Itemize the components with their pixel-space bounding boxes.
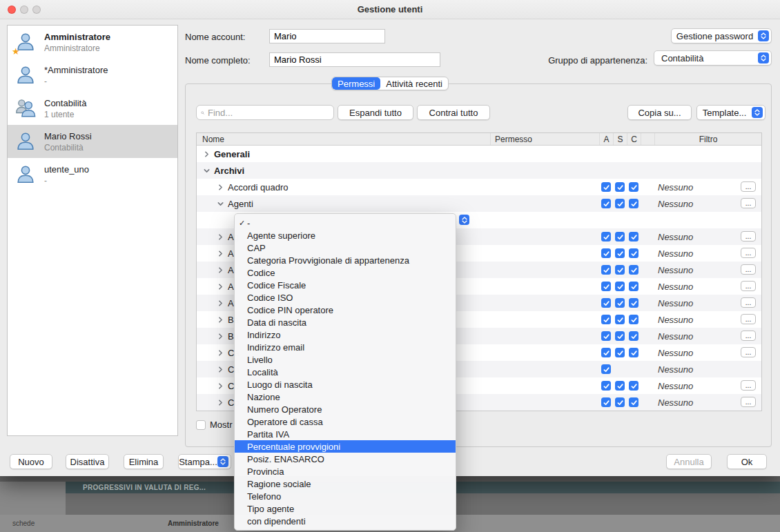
- column-header-nome[interactable]: Nome: [197, 133, 490, 145]
- chevron-right-icon[interactable]: [216, 399, 225, 406]
- permission-group-row[interactable]: Archivi: [197, 162, 761, 179]
- user-list-item[interactable]: Mario RossiContabilità: [8, 125, 177, 158]
- menu-item[interactable]: Partita IVA: [235, 428, 456, 440]
- menu-item[interactable]: Luogo di nascita: [235, 378, 456, 391]
- permission-row[interactable]: AgentiNessuno...: [197, 195, 761, 212]
- chevron-down-icon[interactable]: [202, 167, 211, 175]
- checkbox-checked-a[interactable]: [601, 232, 611, 242]
- menu-item[interactable]: Percentuale provvigioni: [235, 440, 456, 453]
- template-dropdown[interactable]: Template...: [696, 105, 766, 120]
- permission-row[interactable]: Accordi quadroNessuno...: [197, 179, 761, 195]
- checkbox-checked-s[interactable]: [615, 265, 625, 275]
- checkbox-checked-s[interactable]: [615, 298, 625, 308]
- filter-more-button[interactable]: ...: [741, 231, 756, 242]
- checkbox-checked-a[interactable]: [601, 265, 611, 275]
- checkbox-checked-a[interactable]: [601, 348, 611, 357]
- checkbox-checked-a[interactable]: [601, 182, 611, 192]
- tab-permessi[interactable]: Permessi: [332, 77, 380, 90]
- checkbox-checked-c[interactable]: [629, 348, 638, 357]
- full-name-input[interactable]: [269, 52, 440, 67]
- checkbox-checked-s[interactable]: [615, 232, 625, 242]
- checkbox-checked-a[interactable]: [601, 248, 611, 258]
- account-name-input[interactable]: [269, 29, 385, 43]
- checkbox-checked-c[interactable]: [629, 298, 638, 308]
- chevron-right-icon[interactable]: [216, 283, 225, 290]
- menu-item[interactable]: Telefono: [235, 490, 456, 502]
- inline-combo-stepper[interactable]: [459, 215, 469, 225]
- chevron-right-icon[interactable]: [216, 349, 225, 357]
- filter-more-button[interactable]: ...: [741, 397, 756, 407]
- menu-item[interactable]: Indirizzo: [235, 328, 456, 341]
- checkbox-checked-a[interactable]: [601, 199, 611, 208]
- checkbox-checked-c[interactable]: [629, 248, 638, 258]
- menu-item[interactable]: Operatore di cassa: [235, 415, 456, 428]
- checkbox-checked-s[interactable]: [615, 331, 625, 341]
- menu-item[interactable]: Indirizzo email: [235, 341, 456, 353]
- password-management-dropdown[interactable]: Gestione password: [671, 28, 772, 43]
- menu-item[interactable]: Codice ISO: [235, 291, 456, 304]
- menu-item[interactable]: Numero Operatore: [235, 403, 456, 415]
- filter-more-button[interactable]: ...: [741, 248, 756, 258]
- menu-item[interactable]: Data di nascita: [235, 316, 456, 328]
- chevron-right-icon[interactable]: [216, 250, 225, 257]
- menu-item[interactable]: Località: [235, 366, 456, 378]
- checkbox-checked-c[interactable]: [629, 315, 638, 324]
- ok-button[interactable]: Ok: [727, 454, 767, 469]
- delete-button[interactable]: Elimina: [124, 454, 164, 469]
- filter-more-button[interactable]: ...: [741, 347, 756, 357]
- user-list-item[interactable]: Contabilità1 utente: [8, 92, 177, 125]
- checkbox-checked-s[interactable]: [615, 348, 625, 357]
- filter-more-button[interactable]: ...: [741, 297, 756, 308]
- chevron-right-icon[interactable]: [216, 233, 225, 241]
- chevron-right-icon[interactable]: [216, 333, 225, 340]
- filter-more-button[interactable]: ...: [741, 281, 756, 291]
- menu-item[interactable]: Provincia: [235, 465, 456, 477]
- collapse-all-button[interactable]: Contrai tutto: [417, 105, 490, 120]
- checkbox-checked-a[interactable]: [601, 364, 611, 374]
- menu-item[interactable]: CAP: [235, 242, 456, 254]
- checkbox-checked-c[interactable]: [629, 397, 638, 407]
- checkbox-checked-s[interactable]: [615, 182, 625, 192]
- chevron-right-icon[interactable]: [202, 150, 211, 158]
- column-header-s[interactable]: S: [613, 133, 627, 145]
- show-option-checkbox[interactable]: Mostr: [196, 420, 233, 430]
- menu-item[interactable]: Categoria Provvigionale di appartenenza: [235, 254, 456, 266]
- checkbox-checked-a[interactable]: [601, 315, 611, 324]
- chevron-right-icon[interactable]: [216, 299, 225, 307]
- checkbox-checked-s[interactable]: [615, 248, 625, 258]
- menu-item[interactable]: Codice: [235, 266, 456, 279]
- checkbox-checked-s[interactable]: [615, 381, 625, 391]
- chevron-right-icon[interactable]: [216, 184, 225, 191]
- deactivate-button[interactable]: Disattiva: [66, 454, 109, 469]
- checkbox-checked-a[interactable]: [601, 282, 611, 291]
- chevron-right-icon[interactable]: [216, 382, 225, 390]
- chevron-right-icon[interactable]: [216, 316, 225, 324]
- chevron-down-icon[interactable]: [216, 200, 225, 208]
- print-dropdown[interactable]: Stampa...: [178, 454, 231, 469]
- checkbox-checked-c[interactable]: [629, 331, 638, 341]
- menu-item[interactable]: Livello: [235, 353, 456, 366]
- checkbox-checked-s[interactable]: [615, 315, 625, 324]
- menu-item[interactable]: ✓-: [235, 217, 456, 229]
- menu-item[interactable]: Ragione sociale: [235, 477, 456, 490]
- checkbox-checked-c[interactable]: [629, 182, 638, 192]
- menu-item[interactable]: Agente superiore: [235, 229, 456, 242]
- column-header-c[interactable]: C: [627, 133, 641, 145]
- new-button[interactable]: Nuovo: [10, 454, 52, 469]
- menu-item[interactable]: Posiz. ENASARCO: [235, 453, 456, 465]
- checkbox-checked-a[interactable]: [601, 397, 611, 407]
- checkbox-checked-c[interactable]: [629, 282, 638, 291]
- checkbox-checked-c[interactable]: [629, 381, 638, 391]
- user-list-item[interactable]: utente_uno-: [8, 158, 177, 191]
- column-header-a[interactable]: A: [599, 133, 613, 145]
- filter-more-button[interactable]: ...: [741, 181, 756, 192]
- checkbox-checked-a[interactable]: [601, 331, 611, 341]
- menu-item[interactable]: Codice Fiscale: [235, 279, 456, 291]
- copy-to-button[interactable]: Copia su...: [627, 105, 692, 120]
- checkbox-checked-a[interactable]: [601, 298, 611, 308]
- checkbox-unchecked-icon[interactable]: [196, 420, 206, 430]
- checkbox-checked-c[interactable]: [629, 232, 638, 242]
- chevron-right-icon[interactable]: [216, 366, 225, 373]
- user-list-item[interactable]: ★AmministratoreAmministratore: [8, 26, 177, 59]
- menu-item[interactable]: Tipo agente: [235, 502, 456, 515]
